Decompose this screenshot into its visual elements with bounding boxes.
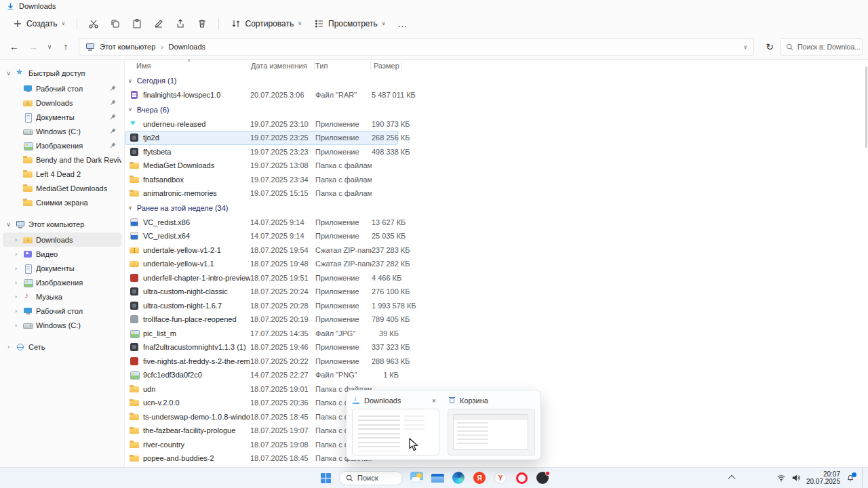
- taskbar-weather-widget-icon[interactable]: [409, 470, 424, 485]
- share-button[interactable]: [170, 15, 191, 33]
- vertical-scrollbar[interactable]: [865, 66, 867, 148]
- sidebar-item[interactable]: Изображения: [3, 138, 121, 152]
- recent-locations-button[interactable]: ∨: [43, 39, 56, 55]
- up-button[interactable]: ↑: [57, 39, 75, 55]
- address-dropdown-icon[interactable]: ∨: [743, 44, 747, 50]
- file-date: 19.07.2025 23:25: [250, 134, 315, 142]
- downloads-thumbnail-icon: [352, 396, 360, 405]
- file-row[interactable]: ffytsbeta19.07.2025 23:23Приложение498 3…: [125, 145, 398, 159]
- file-name: VC_redist.x64: [139, 232, 250, 240]
- file-row[interactable]: fnafsandbox19.07.2025 23:34Папка с файла…: [125, 173, 398, 187]
- wifi-icon[interactable]: [776, 473, 786, 483]
- back-button[interactable]: ←: [5, 39, 23, 55]
- taskbar-file-explorer-icon[interactable]: [430, 470, 445, 485]
- file-row[interactable]: VC_redist.x8614.07.2025 9:14Приложение13…: [125, 216, 398, 230]
- file-name: five-nights-at-freddy-s-2-the-remaster-o…: [139, 357, 250, 365]
- taskbar-edge-browser-icon[interactable]: [451, 470, 466, 485]
- notification-bell-icon[interactable]: [846, 473, 855, 483]
- column-header-date[interactable]: Дата изменения: [250, 60, 315, 72]
- file-row[interactable]: tjo2d19.07.2025 23:25Приложение268 256 К…: [125, 131, 398, 145]
- start-button[interactable]: [318, 470, 333, 485]
- copy-button[interactable]: [105, 15, 125, 33]
- file-name: popee-and-buddies-2: [139, 454, 250, 462]
- taskbar-preview-popup: Downloads×Корзина: [346, 390, 541, 460]
- search-box[interactable]: Поиск в: Downloa...: [780, 38, 863, 56]
- app-dark-icon: [130, 147, 139, 157]
- taskbar-yandex-start-icon[interactable]: Y: [493, 470, 508, 485]
- zip-icon: [130, 259, 139, 268]
- file-row[interactable]: trollface-fun-place-reopened18.07.2025 2…: [125, 312, 398, 327]
- file-group-header[interactable]: ∨Сегодня (1): [125, 73, 868, 88]
- file-type: Папка с файлами: [315, 176, 372, 184]
- sidebar-section-quick-access[interactable]: ∨Быстрый доступ: [0, 65, 124, 81]
- tree-chevron-icon: ›: [12, 237, 20, 243]
- taskbar-game-app-icon[interactable]: [535, 470, 550, 485]
- sidebar-item[interactable]: ›Рабочий стол: [3, 304, 121, 318]
- sidebar-item[interactable]: MediaGet Downloads: [3, 181, 121, 195]
- file-row[interactable]: MediaGet Downloads19.07.2025 13:08Папка …: [125, 159, 398, 173]
- clock[interactable]: 20:07 20.07.2025: [806, 470, 840, 485]
- taskbar-search[interactable]: Поиск: [339, 471, 403, 485]
- delete-button[interactable]: [192, 15, 212, 33]
- file-row[interactable]: fnaf2ultracustomnightv1.1.3 (1)18.07.202…: [125, 340, 398, 354]
- file-row[interactable]: pic_list_m17.07.2025 14:35Файл "JPG"39 К…: [125, 327, 398, 341]
- sort-button[interactable]: Сортировать ∨: [225, 15, 307, 33]
- sidebar-item[interactable]: Рабочий стол: [3, 81, 121, 96]
- taskbar-opera-browser-icon[interactable]: [514, 470, 529, 485]
- file-group-header[interactable]: ∨Ранее на этой неделе (34): [125, 201, 868, 216]
- breadcrumb-item[interactable]: Downloads: [169, 43, 205, 51]
- preview-card[interactable]: Корзина: [448, 394, 535, 455]
- sidebar-item[interactable]: Снимки экрана: [3, 195, 121, 209]
- address-bar[interactable]: Этот компьютер›Downloads ∨: [79, 38, 754, 56]
- file-row[interactable]: five-nights-at-freddy-s-2-the-remaster-o…: [125, 354, 398, 369]
- sidebar-item[interactable]: ›Документы: [3, 261, 121, 275]
- sidebar-item[interactable]: ›Windows (C:): [3, 318, 121, 332]
- sidebar-item[interactable]: ›Изображения: [3, 275, 121, 289]
- hidden-icons-chevron[interactable]: [728, 475, 735, 483]
- show-desktop-button[interactable]: [862, 468, 865, 488]
- sidebar-item-label: Рабочий стол: [36, 307, 121, 315]
- file-row[interactable]: underneu-released19.07.2025 23:10Приложе…: [125, 117, 398, 131]
- window-thumbnail[interactable]: [352, 409, 439, 455]
- new-button[interactable]: Создать ∨: [7, 15, 71, 33]
- view-button[interactable]: Просмотреть ∨: [309, 15, 391, 33]
- file-row[interactable]: undertale-yellow-v1.118.07.2025 19:48Сжа…: [125, 257, 398, 271]
- sidebar-item[interactable]: Windows (C:): [3, 124, 121, 138]
- file-row[interactable]: ultra-custom-night-1.6.718.07.2025 20:28…: [125, 299, 398, 313]
- sidebar-section-network[interactable]: ›Сеть: [0, 339, 124, 355]
- sidebar-item[interactable]: ›Видео: [3, 247, 121, 261]
- file-row[interactable]: VC_redist.x6414.07.2025 9:14Приложение25…: [125, 229, 398, 243]
- sidebar-item[interactable]: Документы: [3, 110, 121, 124]
- file-row[interactable]: underfell-chapter-1-intro-preview18.07.2…: [125, 271, 398, 285]
- refresh-button[interactable]: ↻: [761, 39, 778, 55]
- search-input[interactable]: Поиск в: Downloa...: [797, 43, 861, 51]
- more-options-button[interactable]: …: [393, 15, 413, 33]
- pin-icon: [108, 84, 117, 93]
- breadcrumb-item[interactable]: Этот компьютер: [100, 43, 155, 51]
- column-header-name[interactable]: Имя∧: [125, 60, 250, 72]
- window-thumbnail[interactable]: [448, 409, 535, 455]
- file-row[interactable]: undertale-yellow-v1-2-118.07.2025 19:54С…: [125, 243, 398, 258]
- column-header-type[interactable]: Тип: [315, 60, 371, 72]
- close-thumbnail-button[interactable]: ×: [429, 395, 439, 406]
- file-row[interactable]: animatronic-memories19.07.2025 15:15Папк…: [125, 186, 398, 201]
- file-row[interactable]: 9cfc1edf3da0f2c014.07.2025 22:27Файл "PN…: [125, 368, 398, 382]
- preview-card[interactable]: Downloads×: [352, 394, 439, 455]
- downloads-icon: [23, 98, 33, 108]
- sidebar-item[interactable]: Downloads: [3, 96, 121, 110]
- paste-button[interactable]: [127, 15, 147, 33]
- rename-button[interactable]: [149, 15, 169, 33]
- volume-icon[interactable]: [791, 473, 801, 483]
- file-group-header[interactable]: ∨Вчера (6): [125, 102, 868, 117]
- sidebar-section-this-pc[interactable]: ∨Этот компьютер: [0, 216, 124, 232]
- file-row[interactable]: finalnights4-lowspec1.020.07.2025 3:06Фа…: [125, 88, 398, 102]
- cut-button[interactable]: [83, 15, 104, 33]
- forward-button[interactable]: →: [24, 39, 42, 55]
- column-header-size[interactable]: Размер: [371, 60, 402, 72]
- taskbar-yandex-browser-icon[interactable]: Я: [472, 470, 487, 485]
- sidebar-item[interactable]: Left 4 Dead 2: [3, 167, 121, 181]
- sidebar-item[interactable]: ›Музыка: [3, 289, 121, 304]
- file-row[interactable]: ultra-custom-night-classic18.07.2025 20:…: [125, 285, 398, 299]
- sidebar-item[interactable]: ›Downloads: [3, 232, 121, 247]
- sidebar-item[interactable]: Bendy and the Dark Revival (2022): [3, 152, 121, 167]
